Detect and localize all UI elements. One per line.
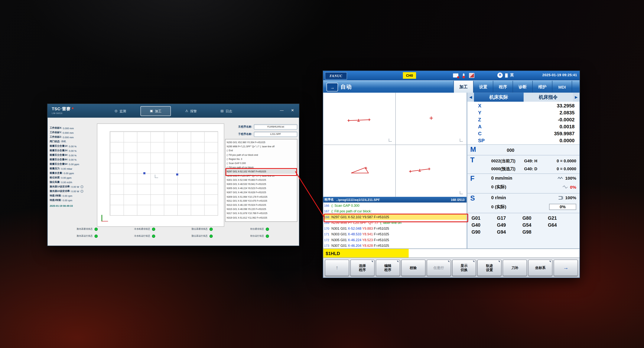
fanuc-program-line: 168N297 G01 X-52.102 Y9.587 F=#51025 xyxy=(323,214,467,220)
nav-tab[interactable]: 诊断 xyxy=(512,81,532,93)
tab-machine-actual[interactable]: 机床实际 xyxy=(474,93,524,102)
softkey-button[interactable]: 轨迹 设置 xyxy=(478,260,502,276)
plot-grid xyxy=(110,131,218,216)
softkey-label-line1: 显示 xyxy=(461,264,468,268)
softkey-label-line2: 程序 xyxy=(384,268,391,272)
main-program-value[interactable]: YUANHUAN.txt xyxy=(254,124,297,129)
tsc-tab[interactable]: 报警 xyxy=(176,106,206,116)
gcode-line: N317 G01 X-51.878 Y10.769 F=#51025 xyxy=(227,211,296,216)
close-message-icon[interactable]: ✕ xyxy=(498,73,503,78)
spindle-row-1: 0 r/min 100% xyxy=(491,195,576,200)
tsc-logo-model: LIM-S6016 xyxy=(52,111,74,116)
parameter-row: 工件坐标X: 0.000 mm xyxy=(50,126,96,130)
tool-offset: 0 = 0.0000 xyxy=(548,167,576,171)
plot-axis-indicator xyxy=(101,213,110,221)
feed-override: 100% xyxy=(558,175,576,180)
softkey-button[interactable]: 校验 xyxy=(401,260,425,276)
window-controls: — ✕ xyxy=(280,107,294,113)
tab-machine-command[interactable]: 机床指令 xyxy=(524,93,573,102)
program-path: ..\prog\1111\sq1/11\L211.SPF xyxy=(336,198,380,202)
tsc-logo: TSC·雷赛 LIM-S6016 xyxy=(52,106,74,116)
prev-page-icon[interactable]: ◀ xyxy=(468,93,474,102)
axis-value: 0.0018 xyxy=(490,124,579,129)
parameter-value: 0.00 m3/h xyxy=(61,181,72,183)
diagnostics-icon xyxy=(469,73,474,78)
parameter-row: 能量压力: 0.00 mbar xyxy=(50,167,96,171)
softkey-button[interactable] xyxy=(325,260,349,276)
gcode-cell: G54 xyxy=(522,223,548,228)
gcode-line: N295 M98 P="L21.SPF" Q="././" (: laser-l… xyxy=(227,145,296,149)
parameter-value: 0.00 rpm xyxy=(62,199,72,201)
nav-tab[interactable]: MDI xyxy=(552,81,572,93)
fanuc-statusbar: $1HLD xyxy=(323,248,580,258)
feed-section: F 0 mm/min 100% 0 (实际) 0% xyxy=(468,174,580,193)
axis-row: Z -0.0002 xyxy=(468,116,580,123)
tsc-tab[interactable]: 监测 xyxy=(105,106,136,116)
gcode-line: N311 G01 X-51.939 Y10.475 F=#51025 xyxy=(227,199,296,203)
spindle-actual: 0 (实际) xyxy=(491,204,549,210)
tsc-body: 工件坐标X: 0.000 mm 工件坐标Y: 0.000 mm 工件坐标Z: 0… xyxy=(48,118,299,246)
next-page-icon[interactable]: ▶ xyxy=(573,93,580,102)
softkey-button[interactable] xyxy=(554,260,578,276)
status-green-dot-icon xyxy=(152,228,155,231)
softkey-button[interactable]: 编辑 程序 xyxy=(376,260,400,276)
datetime-label: 2025-01-19 09:25:41 xyxy=(542,73,577,77)
plot-marker xyxy=(176,174,178,175)
tab-icon xyxy=(150,110,153,113)
parameter-value: 0.000 mm xyxy=(63,136,74,139)
gcode-line: N301 G01 X-52.048 Y9.883 F=#51025 xyxy=(227,178,296,182)
softkey-label-line2: 设置 xyxy=(486,268,493,272)
axis-row: SP 0.0000 xyxy=(468,137,580,144)
softkey-button[interactable]: 选择 程序 xyxy=(350,260,374,276)
tsc-logo-accent-icon xyxy=(72,107,74,109)
tsc-program-list[interactable]: N293 G01 X52.980 Y0.354 F=#51025 N295 M9… xyxy=(225,139,298,222)
softkey-button[interactable]: 刀补 xyxy=(503,260,527,276)
spindle-section: S 0 r/min 100% 0 (实际) 0% xyxy=(468,193,580,213)
softkey-button[interactable]: 任意行 xyxy=(426,260,451,276)
tab-label: 加工 xyxy=(155,109,162,113)
softkey-button[interactable]: 显示 切换 xyxy=(452,260,476,276)
softkey-label-line1: 编辑 xyxy=(384,264,391,268)
parameter-label: 能量压力: xyxy=(50,167,60,171)
fanuc-program-line: 172N305 G01 X-46.224 Y8.523 F=#51025 xyxy=(323,237,467,243)
tsc-timestamp: 2025-01-19 08:49:33 xyxy=(50,205,73,207)
status-item: 激光器运行状态 xyxy=(58,235,116,238)
sub-program-label: 子程序名称: xyxy=(225,132,252,136)
softkey-button[interactable]: 坐标系 xyxy=(528,260,552,276)
tsc-tab[interactable]: 日志 xyxy=(211,106,241,116)
gcode-line: (: Fill pos path of cur block end xyxy=(227,153,296,157)
nav-tab[interactable]: 加工 xyxy=(453,81,473,93)
status-label: 除尘器运行状态 xyxy=(192,235,208,238)
parameter-row: 能量水含量: 0.00 ppm xyxy=(50,171,96,175)
nav-tab[interactable]: 程序 xyxy=(493,81,513,93)
parameter-label: 闸门状态: xyxy=(50,140,60,144)
s-letter: S xyxy=(470,194,475,203)
fanuc-program-line: 170N301 G01 X-52.048 Y9.883 F=#51025 xyxy=(323,225,467,231)
parameter-label: 粉尘浓度: xyxy=(50,176,60,180)
tool-section: T 0022(当前刀) G49: H 0 = 0.0000 0000(预选刀) … xyxy=(468,155,580,174)
parameter-row: 工件坐标Y: 0.000 mm xyxy=(50,130,96,135)
gcode-line: N319 G01 X-51.812 Y11.062 F=#51025 xyxy=(227,216,296,220)
parameter-row: 除尘风量: 0.00 m3/h xyxy=(50,180,96,184)
parameter-value: 0.00 mbar xyxy=(61,168,72,170)
parameter-row: 激光器1#设定功率: 0.00 W xyxy=(50,184,96,189)
minimize-icon[interactable]: — xyxy=(280,107,284,113)
fanuc-program-line: 167(: Fill pos path of cur block: xyxy=(323,208,467,214)
close-icon[interactable]: ✕ xyxy=(291,107,294,113)
status-item: 转台运行状态 xyxy=(231,235,288,238)
network-status-icon xyxy=(453,73,458,77)
fanuc-program-lines[interactable]: 166(: Scan GAP 0.300167(: Fill pos path … xyxy=(323,203,467,248)
tsc-parameter-list: 工件坐标X: 0.000 mm 工件坐标Y: 0.000 mm 工件坐标Z: 0… xyxy=(50,126,96,203)
gcode-cell: G21 xyxy=(548,216,573,221)
axis-name: X xyxy=(468,103,490,109)
status-green-dot-icon xyxy=(266,228,269,231)
feed-override-value: 100% xyxy=(565,175,576,180)
nav-tab[interactable]: 维护 xyxy=(532,81,552,93)
gcode-line: (: Region No. 3 xyxy=(227,157,296,161)
nav-tab[interactable]: 设置 xyxy=(473,81,493,93)
sub-program-value[interactable]: L211.SPF xyxy=(254,132,297,137)
program-line-counter: 168 /2513 xyxy=(451,198,465,202)
tsc-tab[interactable]: 加工 xyxy=(140,106,171,116)
language-label[interactable]: 英 xyxy=(510,73,514,78)
feed-row-1: 0 mm/min 100% xyxy=(491,175,576,180)
